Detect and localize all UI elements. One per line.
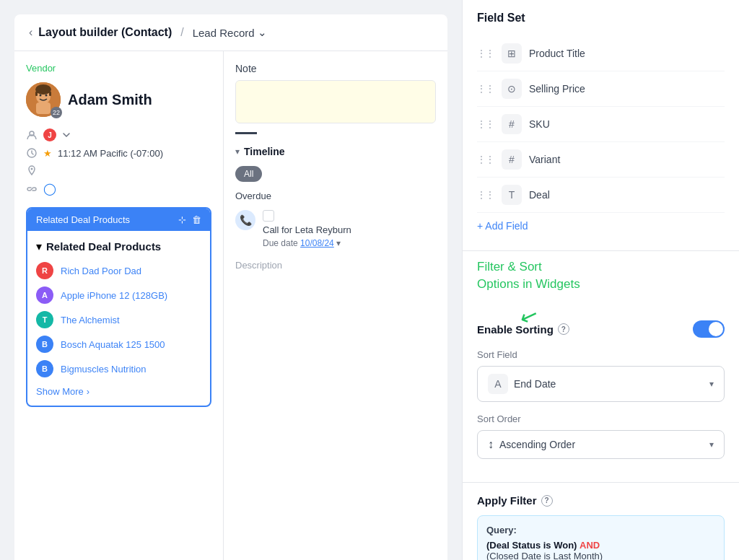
product-name[interactable]: Apple iPhone 12 (128GB) <box>61 290 167 301</box>
field-type-icon: ⊙ <box>502 79 522 99</box>
list-item: B Bosch Aquatak 125 1500 <box>36 336 201 353</box>
drag-handle-icon[interactable]: ⋮⋮ <box>477 119 494 129</box>
query-text: (Deal Status is Won) AND <box>486 540 715 551</box>
facebook-icon[interactable]: ◯ <box>43 182 56 196</box>
product-list: R Rich Dad Poor Dad A Apple iPhone 12 (1… <box>36 262 201 377</box>
apply-filter-label: Apply Filter ? <box>477 494 725 507</box>
task-item: 📞 Call for Leta Reyburn Due date 10/08/2… <box>235 210 436 248</box>
breadcrumb-separator: / <box>180 26 183 39</box>
note-timeline-section: Note ▾ Timeline All Overdue 📞 Call for L… <box>224 51 447 560</box>
sort-field-icon: A <box>488 374 508 394</box>
overdue-label: Overdue <box>235 191 436 201</box>
meta-social-row: ◯ <box>26 182 211 196</box>
sort-field-dropdown[interactable]: A End Date ▾ <box>477 366 725 402</box>
due-date[interactable]: 10/08/24 <box>300 238 334 248</box>
right-panel: Field Set ⋮⋮ ⊞ Product Title ⋮⋮ ⊙ Sellin… <box>462 0 739 560</box>
sort-field-label: Sort Field <box>477 349 725 360</box>
clock-icon <box>26 147 38 159</box>
help-icon[interactable]: ? <box>558 323 569 335</box>
field-item: ⋮⋮ ⊙ Selling Price <box>477 71 725 107</box>
field-name: Deal <box>529 189 550 201</box>
related-deal-products-widget: Related Deal Products ⊹ 🗑 ▾ Related Deal… <box>26 207 211 407</box>
drag-handle-icon[interactable]: ⋮⋮ <box>477 154 494 165</box>
field-item: ⋮⋮ # SKU <box>477 107 725 142</box>
description-placeholder[interactable]: Description <box>235 260 436 271</box>
field-type-icon: T <box>502 185 522 205</box>
drag-handle-icon[interactable]: ⋮⋮ <box>477 48 494 58</box>
meta-location-row <box>26 165 211 176</box>
move-icon[interactable]: ⊹ <box>178 214 186 225</box>
chevron-down-icon: ▾ <box>709 379 714 389</box>
meta-dropdown[interactable] <box>62 131 71 139</box>
svg-point-3 <box>45 95 48 97</box>
field-set-title: Field Set <box>477 12 725 25</box>
query-text-2: (Closed Date is Last Month) <box>486 551 715 560</box>
timeline-label: Timeline <box>244 146 285 157</box>
breadcrumb-lead-record[interactable]: Lead Record ⌄ <box>193 26 267 39</box>
add-field-button[interactable]: + Add Field <box>477 213 725 239</box>
show-more-button[interactable]: Show More › <box>36 386 201 397</box>
drag-handle-icon[interactable]: ⋮⋮ <box>477 84 494 94</box>
star-icon: ★ <box>43 148 52 159</box>
enable-sorting-toggle[interactable] <box>693 320 725 338</box>
filter-query-box: Query: (Deal Status is Won) AND (Closed … <box>477 515 725 560</box>
widget-title: Related Deal Products <box>46 240 161 253</box>
avatar-wrapper: 22 <box>26 82 61 117</box>
widget-collapse-chevron[interactable]: ▾ <box>36 240 42 253</box>
chevron-down-icon <box>62 131 71 139</box>
all-button[interactable]: All <box>235 166 262 182</box>
product-avatar: B <box>36 336 53 353</box>
product-avatar: R <box>36 262 53 279</box>
product-name[interactable]: The Alchemist <box>61 315 120 325</box>
svg-point-2 <box>40 95 42 97</box>
product-avatar: B <box>36 360 53 377</box>
field-name: Selling Price <box>529 83 585 95</box>
delete-icon[interactable]: 🗑 <box>192 214 201 225</box>
list-item: B Bigmuscles Nutrition <box>36 360 201 377</box>
field-set-list: ⋮⋮ ⊞ Product Title ⋮⋮ ⊙ Selling Price ⋮⋮… <box>477 36 725 213</box>
field-name: SKU <box>529 118 550 130</box>
task-title: Call for Leta Reyburn <box>263 224 436 235</box>
product-name[interactable]: Rich Dad Poor Dad <box>61 266 141 276</box>
product-name[interactable]: Bigmuscles Nutrition <box>61 364 147 375</box>
page-title: Layout builder (Contact) <box>38 26 172 39</box>
drag-handle-icon[interactable]: ⋮⋮ <box>477 190 494 200</box>
contact-name: Adam Smith <box>68 92 152 108</box>
toggle-knob <box>709 322 723 336</box>
query-condition-1: (Deal Status is Won) <box>486 540 577 551</box>
contact-sidebar: Vendor <box>14 51 224 560</box>
list-item: R Rich Dad Poor Dad <box>36 262 201 279</box>
field-name: Variant <box>529 154 560 165</box>
timeline-header: ▾ Timeline <box>235 146 436 157</box>
time-text: 11:12 AM Pacific (-07:00) <box>58 148 163 159</box>
widget-header: Related Deal Products ⊹ 🗑 <box>27 209 210 231</box>
back-button[interactable]: ‹ <box>29 26 32 39</box>
widget-body: ▾ Related Deal Products R Rich Dad Poor … <box>27 231 210 406</box>
help-icon[interactable]: ? <box>541 495 553 507</box>
meta-time-row: ★ 11:12 AM Pacific (-07:00) <box>26 147 211 159</box>
query-label: Query: <box>486 525 715 535</box>
meta-user-icon-row: J <box>26 128 211 141</box>
product-name[interactable]: Bosch Aquatak 125 1500 <box>61 339 165 350</box>
sort-order-dropdown-left: ↕ Ascending Order <box>488 438 575 451</box>
sort-field-dropdown-left: A End Date <box>488 374 556 394</box>
location-icon <box>26 165 38 176</box>
left-panel: ‹ Layout builder (Contact) / Lead Record… <box>0 0 462 560</box>
svg-point-10 <box>31 168 33 170</box>
field-item: ⋮⋮ T Deal <box>477 178 725 213</box>
apply-filter-section: Apply Filter ? Query: (Deal Status is Wo… <box>463 482 739 560</box>
timeline-chevron[interactable]: ▾ <box>235 146 240 157</box>
enable-sorting-section: Enable Sorting ? Sort Field A End Date ▾… <box>463 309 739 482</box>
widget-header-label: Related Deal Products <box>36 214 130 225</box>
svg-rect-7 <box>49 92 51 96</box>
note-input[interactable] <box>235 80 436 123</box>
sort-order-dropdown[interactable]: ↕ Ascending Order ▾ <box>477 430 725 459</box>
task-checkbox[interactable] <box>263 210 274 222</box>
user-icon <box>26 129 38 141</box>
svg-rect-4 <box>36 102 51 114</box>
user-badge-j: J <box>43 128 56 141</box>
widget-header-actions: ⊹ 🗑 <box>178 214 201 225</box>
contact-name-row: 22 Adam Smith <box>26 82 211 117</box>
contact-meta: J ★ 11:12 AM Pacific (-07:00) <box>26 128 211 196</box>
annotation-text: Filter & Sort Options in Widgets <box>477 258 580 293</box>
